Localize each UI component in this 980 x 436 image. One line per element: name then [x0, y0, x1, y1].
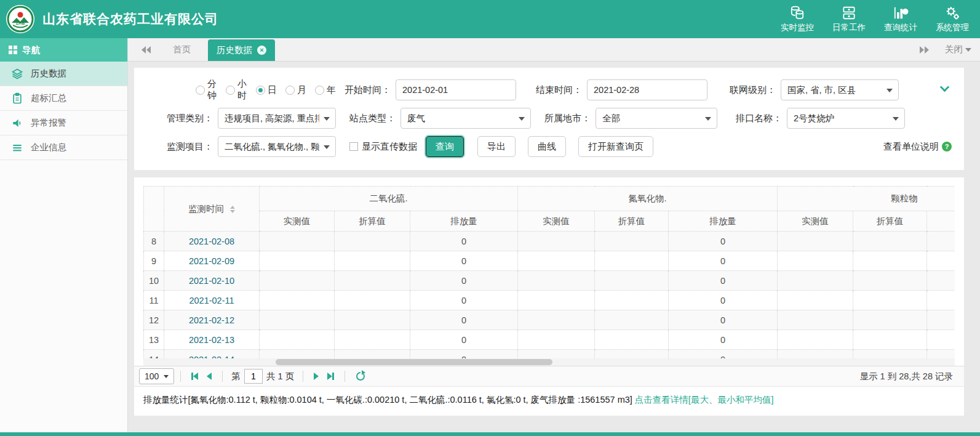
- page-indicator: 第 共 1 页: [231, 369, 294, 384]
- group-header-so2: 二氧化硫.: [260, 187, 518, 211]
- export-button[interactable]: 导出: [477, 136, 516, 157]
- row-number: 11: [144, 291, 164, 310]
- row-number: 13: [144, 330, 164, 350]
- row-cell: [260, 251, 335, 271]
- row-cell: 0: [669, 330, 778, 350]
- first-page-button[interactable]: [191, 373, 198, 380]
- next-page-button[interactable]: [314, 373, 319, 380]
- row-cell: [260, 291, 335, 310]
- radio-icon[interactable]: [285, 86, 295, 95]
- col-header: 折算值: [595, 211, 669, 232]
- filter-row-items: 监测项目： 二氧化硫., 氮氧化物., 颗粒 显示直传数据 查询 导出 曲线 打…: [146, 135, 952, 158]
- nav-system-management[interactable]: 系统管理: [936, 5, 969, 33]
- chevron-down-icon: [164, 375, 169, 378]
- table-row[interactable]: 82021-02-0800: [144, 232, 955, 251]
- view-details-link[interactable]: 点击查看详情[最大、最小和平均值]: [635, 395, 774, 405]
- radio-period[interactable]: 月: [285, 78, 306, 102]
- monitor-time-header[interactable]: 监测时间: [164, 187, 260, 232]
- tab-label: 历史数据: [217, 44, 252, 56]
- col-header: 排放量: [927, 211, 955, 232]
- radio-period[interactable]: 小时: [226, 78, 247, 102]
- monitor-item-select[interactable]: 二氧化硫., 氮氧化物., 颗粒: [218, 136, 336, 157]
- outlet-name-select[interactable]: 2号焚烧炉: [787, 108, 905, 129]
- radio-icon[interactable]: [226, 86, 235, 95]
- row-date: 2021-02-12: [164, 310, 260, 330]
- table-row[interactable]: 102021-02-1000: [144, 271, 955, 291]
- sidebar-title: 导航: [22, 44, 40, 56]
- last-page-button[interactable]: [327, 373, 334, 380]
- curve-button[interactable]: 曲线: [528, 136, 566, 157]
- row-cell: [595, 232, 669, 251]
- header-nav: 实时监控 日常工作 查询统计: [781, 5, 969, 33]
- sidebar-item-label: 历史数据: [31, 68, 66, 79]
- page-size-select[interactable]: 100: [139, 368, 174, 384]
- col-header: 实测值: [260, 211, 335, 232]
- records-summary: 显示 1 到 28,共 28 记录: [860, 371, 960, 382]
- row-number: 9: [144, 251, 164, 271]
- network-level-select[interactable]: 国家, 省, 市, 区县: [781, 79, 899, 100]
- filter-row-period: 分钟 小时 日 月 年 开始时间： 结束时间： 联网级别： 国家, 省, 市, …: [146, 79, 952, 101]
- scrollbar-thumb[interactable]: [276, 359, 552, 365]
- radio-period[interactable]: 年: [315, 78, 336, 102]
- end-time-input[interactable]: [587, 79, 707, 100]
- tab-history-data[interactable]: 历史数据 ×: [208, 39, 275, 61]
- sidebar-item-label: 超标汇总: [31, 92, 66, 104]
- open-new-query-button[interactable]: 打开新查询页: [578, 136, 653, 157]
- row-cell: [335, 291, 410, 310]
- row-date: 2021-02-09: [164, 251, 260, 271]
- sidebar-item-abnormal-alarm[interactable]: 异常报警: [0, 111, 127, 135]
- nav-realtime-monitor[interactable]: 实时监控: [781, 5, 814, 33]
- bottom-accent-bar: [0, 432, 980, 436]
- table-row[interactable]: 112021-02-1100: [144, 291, 955, 310]
- table-row[interactable]: 132021-02-1300: [144, 330, 955, 350]
- unit-description-link[interactable]: 查看单位说明 ?: [883, 141, 952, 153]
- refresh-icon[interactable]: [356, 372, 365, 381]
- direct-data-checkbox[interactable]: [349, 142, 358, 151]
- start-time-input[interactable]: [396, 79, 516, 100]
- database-icon: [789, 5, 806, 21]
- sort-icon[interactable]: [230, 206, 235, 213]
- gears-icon: [944, 5, 961, 21]
- close-tabs-menu[interactable]: 关闭: [945, 44, 971, 55]
- row-cell: [778, 310, 853, 330]
- nav-query-statistics[interactable]: 查询统计: [884, 5, 917, 33]
- row-number: 10: [144, 271, 164, 291]
- sidebar-item-enterprise-info[interactable]: 企业信息: [0, 135, 127, 160]
- table-row[interactable]: 122021-02-1200: [144, 310, 955, 330]
- page-title: 山东省联合农药工业有限公司: [42, 10, 218, 28]
- nav-daily-work[interactable]: 日常工作: [832, 5, 866, 33]
- row-cell: 0: [669, 291, 778, 310]
- radio-icon[interactable]: [196, 86, 205, 95]
- radio-period[interactable]: 日: [256, 78, 277, 102]
- row-cell: [927, 232, 955, 251]
- radio-icon[interactable]: [256, 86, 265, 95]
- tabs-scroll-right-icon[interactable]: [920, 46, 929, 54]
- radio-period[interactable]: 分钟: [196, 78, 217, 102]
- sidebar-item-history-data[interactable]: 历史数据: [0, 62, 127, 86]
- list-icon: [11, 142, 23, 154]
- station-type-select[interactable]: 废气: [400, 108, 531, 129]
- sidebar-item-exceed-summary[interactable]: 超标汇总: [0, 86, 127, 111]
- tab-home[interactable]: 首页: [173, 44, 191, 55]
- company-logo: ZHB: [6, 5, 34, 33]
- table-row[interactable]: 92021-02-0900: [144, 251, 955, 271]
- horizontal-scrollbar[interactable]: [143, 358, 955, 366]
- row-cell: [518, 271, 595, 291]
- row-number: 8: [144, 232, 164, 251]
- filter-panel: 分钟 小时 日 月 年 开始时间： 结束时间： 联网级别： 国家, 省, 市, …: [134, 68, 964, 170]
- tabs-scroll-left-icon[interactable]: [141, 46, 151, 54]
- mgmt-category-select[interactable]: 违规项目, 高架源, 重点排: [218, 108, 336, 129]
- logo-emblem-icon: ZHB: [7, 6, 34, 33]
- question-icon: ?: [942, 142, 952, 151]
- row-cell: 0: [410, 291, 518, 310]
- tab-close-icon[interactable]: ×: [257, 46, 266, 55]
- page-number-input[interactable]: [244, 369, 263, 384]
- radio-icon[interactable]: [315, 86, 324, 95]
- row-cell: 0: [410, 251, 518, 271]
- query-button[interactable]: 查询: [426, 136, 464, 157]
- col-header: 实测值: [778, 211, 853, 232]
- grid-icon: [9, 46, 17, 54]
- city-select[interactable]: 全部: [596, 108, 717, 129]
- prev-page-button[interactable]: [207, 373, 212, 380]
- bar-chart-icon: [892, 5, 909, 21]
